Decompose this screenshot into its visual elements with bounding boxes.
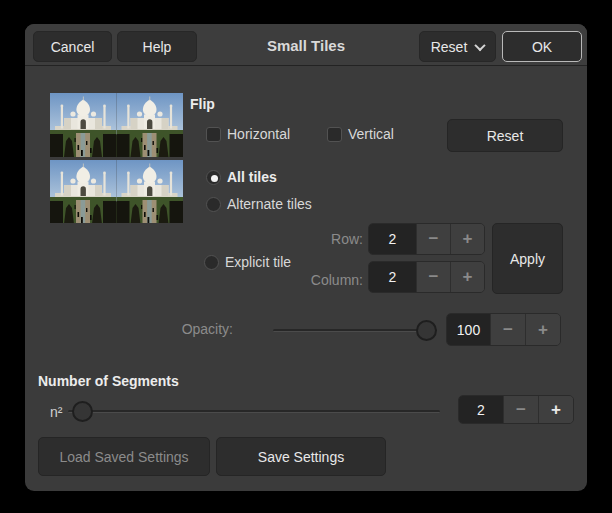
save-settings-label: Save Settings bbox=[258, 449, 344, 465]
plus-icon: + bbox=[551, 400, 561, 420]
all-tiles-radio-label: All tiles bbox=[227, 169, 277, 185]
dialog-headerbar: Cancel Help Small Tiles Reset OK bbox=[25, 24, 587, 66]
cancel-button[interactable]: Cancel bbox=[33, 31, 112, 62]
minus-icon: − bbox=[516, 400, 526, 420]
cancel-button-label: Cancel bbox=[51, 39, 95, 55]
explicit-tile-radio-row: Explicit tile bbox=[204, 254, 291, 270]
opacity-value-input[interactable]: 100 bbox=[447, 314, 490, 345]
alternate-tiles-radio-label: Alternate tiles bbox=[227, 196, 312, 212]
horizontal-checkbox-row: Horizontal bbox=[206, 126, 290, 142]
minus-icon: − bbox=[429, 267, 439, 287]
column-value-input[interactable]: 2 bbox=[369, 262, 416, 292]
alternate-tiles-radio[interactable] bbox=[206, 197, 221, 212]
load-saved-settings-label: Load Saved Settings bbox=[59, 449, 188, 465]
segments-value-input[interactable]: 2 bbox=[459, 396, 503, 423]
all-tiles-radio-row: All tiles bbox=[206, 169, 277, 185]
column-label: Column: bbox=[295, 272, 363, 288]
help-button[interactable]: Help bbox=[117, 31, 197, 62]
row-plus-button[interactable]: + bbox=[450, 224, 484, 254]
screen: Cancel Help Small Tiles Reset OK bbox=[0, 0, 612, 513]
apply-button-label: Apply bbox=[510, 251, 545, 267]
segments-spinbutton: 2 − + bbox=[458, 395, 574, 424]
ok-button[interactable]: OK bbox=[502, 31, 582, 62]
all-tiles-radio[interactable] bbox=[206, 170, 221, 185]
segments-plus-button[interactable]: + bbox=[538, 396, 573, 423]
load-saved-settings-button[interactable]: Load Saved Settings bbox=[38, 437, 210, 476]
opacity-slider-handle[interactable] bbox=[416, 320, 437, 341]
opacity-slider-track[interactable] bbox=[273, 329, 437, 332]
segments-slider-handle[interactable] bbox=[72, 401, 93, 422]
minus-icon: − bbox=[503, 320, 513, 340]
column-plus-button[interactable]: + bbox=[450, 262, 484, 292]
segments-slider-track[interactable] bbox=[68, 410, 440, 413]
flip-section-label: Flip bbox=[190, 96, 215, 112]
row-spinbutton: 2 − + bbox=[368, 223, 485, 255]
row-label: Row: bbox=[295, 231, 363, 247]
alternate-tiles-radio-row: Alternate tiles bbox=[206, 196, 312, 212]
explicit-tile-radio-label: Explicit tile bbox=[225, 254, 291, 270]
reset-menu-label: Reset bbox=[431, 39, 468, 55]
row-minus-button[interactable]: − bbox=[416, 224, 450, 254]
help-button-label: Help bbox=[143, 39, 172, 55]
apply-button[interactable]: Apply bbox=[492, 223, 563, 294]
plus-icon: + bbox=[538, 320, 548, 340]
opacity-minus-button[interactable]: − bbox=[490, 314, 525, 345]
reset-menu-button[interactable]: Reset bbox=[419, 31, 496, 62]
column-spinbutton: 2 − + bbox=[368, 261, 485, 293]
plus-icon: + bbox=[463, 229, 473, 249]
plus-icon: + bbox=[463, 267, 473, 287]
chevron-down-icon bbox=[475, 39, 486, 50]
ok-button-label: OK bbox=[532, 39, 552, 55]
segments-section-label: Number of Segments bbox=[38, 373, 179, 389]
segments-n-label: n² bbox=[50, 404, 62, 420]
row-value-input[interactable]: 2 bbox=[369, 224, 416, 254]
flip-reset-button[interactable]: Reset bbox=[447, 119, 563, 152]
opacity-plus-button[interactable]: + bbox=[525, 314, 560, 345]
opacity-label: Opacity: bbox=[145, 321, 233, 337]
vertical-checkbox-row: Vertical bbox=[327, 126, 394, 142]
vertical-checkbox-label: Vertical bbox=[348, 126, 394, 142]
explicit-tile-radio[interactable] bbox=[204, 255, 219, 270]
horizontal-checkbox[interactable] bbox=[206, 127, 221, 142]
vertical-checkbox[interactable] bbox=[327, 127, 342, 142]
preview-image bbox=[50, 93, 183, 223]
horizontal-checkbox-label: Horizontal bbox=[227, 126, 290, 142]
save-settings-button[interactable]: Save Settings bbox=[216, 437, 386, 476]
segments-minus-button[interactable]: − bbox=[503, 396, 538, 423]
small-tiles-dialog: Cancel Help Small Tiles Reset OK bbox=[25, 24, 587, 491]
minus-icon: − bbox=[429, 229, 439, 249]
opacity-spinbutton: 100 − + bbox=[446, 313, 561, 346]
column-minus-button[interactable]: − bbox=[416, 262, 450, 292]
flip-reset-button-label: Reset bbox=[487, 128, 524, 144]
